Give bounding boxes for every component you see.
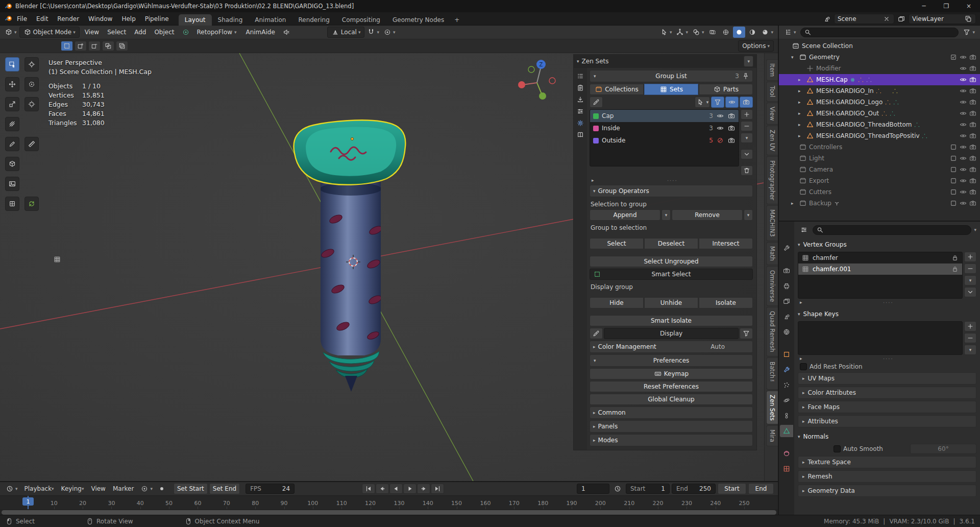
play-button[interactable] bbox=[403, 484, 416, 494]
menu-pipeline[interactable]: Pipeline bbox=[140, 12, 174, 26]
select-ungrouped-button[interactable]: Select Ungrouped bbox=[590, 256, 753, 267]
group-color-swatch[interactable] bbox=[593, 113, 599, 119]
shading-rendered-button[interactable]: ▾ bbox=[760, 27, 775, 38]
camera-icon[interactable] bbox=[968, 143, 977, 151]
timeline-menu-marker[interactable]: Marker bbox=[109, 482, 137, 495]
zen-sync-render-toggle[interactable] bbox=[740, 97, 753, 108]
camera-icon[interactable] bbox=[968, 87, 977, 95]
timeline-menu-playback[interactable]: Playback ▾ bbox=[21, 482, 58, 495]
workspace-tab-rendering[interactable]: Rendering bbox=[292, 14, 335, 26]
eye-icon[interactable] bbox=[959, 121, 967, 129]
properties-tab-view-layer[interactable] bbox=[780, 295, 793, 307]
shading-wireframe-button[interactable] bbox=[720, 27, 732, 38]
camera-icon[interactable] bbox=[968, 76, 977, 84]
frame-end-field[interactable]: End250 bbox=[672, 484, 716, 494]
speaker-mute-button[interactable] bbox=[280, 27, 292, 38]
properties-tab-constraints[interactable] bbox=[780, 410, 793, 422]
editor-type-button[interactable]: ▾ bbox=[3, 27, 18, 38]
select-mode-intersect-button[interactable] bbox=[116, 41, 128, 51]
tool-add-image[interactable] bbox=[5, 177, 19, 191]
range-end-button[interactable]: End bbox=[748, 483, 774, 494]
outliner-row-mesh-gardigo-threadbottom[interactable]: ▸ MESH.GARDIGO_ThreadBottom bbox=[779, 119, 980, 130]
checkbox-icon[interactable] bbox=[949, 177, 958, 185]
intersect-button[interactable]: Intersect bbox=[699, 238, 753, 249]
timeline-menu-view[interactable]: View bbox=[87, 482, 109, 495]
browse-scene-icon[interactable] bbox=[823, 15, 831, 23]
outliner-row-controllers[interactable]: Controllers bbox=[779, 141, 980, 153]
next-keyframe-button[interactable] bbox=[417, 484, 430, 494]
outliner-row-light[interactable]: Light bbox=[779, 153, 980, 164]
zen-sync-select-toggle[interactable] bbox=[711, 97, 724, 108]
viewport-menu-select[interactable]: Select bbox=[103, 26, 130, 39]
outliner-filter-button[interactable]: ▾ bbox=[961, 27, 976, 38]
keying-set-button[interactable]: ▾ bbox=[139, 483, 154, 494]
circle-slash-icon[interactable] bbox=[716, 136, 724, 145]
remove-vertex-group-button[interactable] bbox=[964, 264, 976, 274]
workspace-tab-compositing[interactable]: Compositing bbox=[336, 14, 386, 26]
snap-toggle[interactable]: ▾ bbox=[365, 27, 381, 38]
viewlayer-selector[interactable]: ViewLayer bbox=[909, 14, 976, 24]
zen-eyedropper-button[interactable] bbox=[590, 97, 603, 108]
eye-icon[interactable] bbox=[959, 64, 967, 73]
tool-measure[interactable] bbox=[24, 137, 39, 151]
options-dropdown[interactable]: Options▾ bbox=[738, 40, 774, 52]
select-mode-invert-button[interactable] bbox=[102, 41, 114, 51]
jump-to-end-button[interactable] bbox=[431, 484, 444, 494]
tool-cursor[interactable] bbox=[24, 57, 39, 71]
menu-retopoflow[interactable]: RetopoFlow ▾ bbox=[193, 26, 241, 39]
timeline-editor-type-button[interactable]: ▾ bbox=[4, 483, 19, 494]
mode-dropdown[interactable]: Object Mode▾ bbox=[19, 27, 80, 38]
gizmos-dropdown[interactable]: ▾ bbox=[674, 27, 690, 38]
workspace-tab-shading[interactable]: Shading bbox=[212, 14, 249, 26]
workspace-tab-layout[interactable]: Layout bbox=[179, 14, 212, 26]
sidebar-tab-view[interactable]: View bbox=[766, 103, 778, 125]
section-texture-space[interactable]: ▸Texture Space bbox=[798, 456, 976, 468]
sidebar-tab-batch-[interactable]: Batch™ bbox=[766, 357, 778, 390]
camera-icon[interactable] bbox=[968, 154, 977, 162]
list-resize-handle[interactable]: ···· bbox=[802, 356, 974, 362]
tool-add-cube[interactable] bbox=[5, 157, 19, 171]
expander-icon[interactable]: ▸ bbox=[791, 201, 797, 206]
menu-window[interactable]: Window bbox=[84, 12, 117, 26]
tool-transform[interactable] bbox=[24, 97, 39, 111]
group-row-outside[interactable]: Outside 5 bbox=[590, 134, 739, 147]
add-vertex-group-button[interactable] bbox=[964, 252, 976, 262]
move-vertex-group-button[interactable] bbox=[964, 287, 976, 297]
auto-smooth-checkbox[interactable] bbox=[834, 445, 841, 452]
expander-icon[interactable]: ▸ bbox=[798, 88, 804, 93]
add-group-button[interactable] bbox=[741, 109, 753, 119]
minimize-button[interactable]: ─ bbox=[913, 0, 935, 12]
tool-extra[interactable] bbox=[5, 197, 19, 211]
section-attributes[interactable]: ▸Attributes bbox=[798, 415, 976, 427]
smart-isolate-button[interactable]: Smart Isolate bbox=[590, 315, 753, 326]
eye-icon[interactable] bbox=[959, 98, 967, 106]
checkbox-icon[interactable] bbox=[949, 165, 958, 174]
list-resize-handle[interactable]: ···· bbox=[802, 300, 974, 305]
display-filter-button[interactable] bbox=[740, 328, 753, 339]
keymap-button[interactable]: Keymap bbox=[590, 368, 753, 379]
play-reverse-button[interactable] bbox=[389, 484, 403, 494]
properties-options-icon[interactable]: ▾ bbox=[974, 228, 976, 232]
camera-icon[interactable] bbox=[968, 64, 977, 73]
vertex-group-row-chamfer[interactable]: chamfer bbox=[798, 252, 962, 264]
auto-keying-toggle[interactable] bbox=[156, 483, 168, 494]
pin-icon[interactable] bbox=[742, 72, 750, 80]
zen-section-modes[interactable]: ▸Modes bbox=[590, 434, 753, 446]
menu-render[interactable]: Render bbox=[53, 12, 84, 26]
set-start-button[interactable]: Set Start bbox=[174, 483, 208, 494]
section-uv-maps[interactable]: ▸UV Maps bbox=[798, 372, 976, 385]
menu-animaide[interactable]: AnimAide bbox=[241, 26, 279, 39]
eye-icon[interactable] bbox=[959, 53, 967, 61]
maximize-button[interactable]: ❐ bbox=[935, 0, 958, 12]
retopoflow-icon-button[interactable] bbox=[180, 27, 192, 38]
group-list-header[interactable]: ▾ Group List 3 bbox=[590, 70, 753, 82]
set-end-button[interactable]: Set End bbox=[209, 483, 240, 494]
list-resize-handle[interactable]: ···· bbox=[594, 178, 751, 183]
playhead-frame-label[interactable]: 1 bbox=[22, 497, 34, 506]
vertex-group-specials-button[interactable]: ▾ bbox=[964, 275, 976, 285]
sidebar-tab-mira[interactable]: Mira bbox=[766, 425, 778, 446]
shape-keys-header[interactable]: ▾Shape Keys bbox=[798, 308, 976, 320]
preview-range-toggle[interactable] bbox=[611, 483, 624, 494]
empty-object-icon[interactable] bbox=[52, 254, 62, 265]
eye-icon[interactable] bbox=[716, 112, 724, 120]
